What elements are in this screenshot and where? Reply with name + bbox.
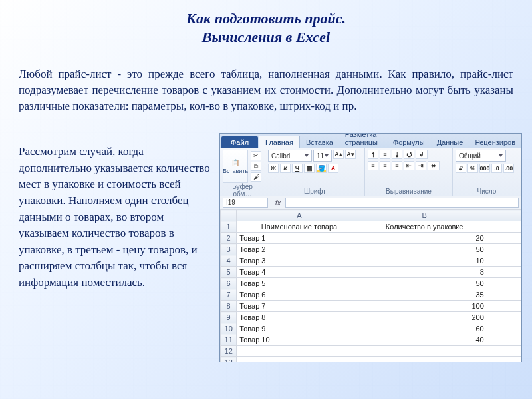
cell[interactable]: 50 [362, 244, 487, 255]
cell[interactable]: Наименование товара [237, 221, 362, 233]
row-header[interactable]: 8 [221, 301, 237, 312]
fill-color-button[interactable]: 🪣 [316, 164, 327, 173]
cell[interactable]: 40 [362, 334, 487, 346]
cell[interactable]: Товар 8 [237, 312, 362, 323]
merge-center-button[interactable]: ⬌ [428, 161, 440, 170]
tab-insert[interactable]: Вставка [300, 136, 339, 148]
cell[interactable]: 200 [362, 312, 487, 323]
cell[interactable]: 55 [487, 312, 522, 323]
row-header[interactable]: 6 [221, 278, 237, 289]
row-header[interactable]: 12 [221, 346, 237, 357]
cell[interactable]: 10 [487, 267, 522, 278]
cell[interactable]: Товар 5 [237, 278, 362, 289]
cell[interactable]: 210 [487, 255, 522, 267]
italic-button[interactable]: К [280, 164, 291, 173]
tab-data[interactable]: Данные [431, 136, 469, 148]
col-header-a[interactable]: A [237, 210, 362, 221]
increase-decimal-button[interactable]: .0 [491, 164, 502, 173]
row-header[interactable]: 13 [221, 357, 237, 363]
underline-button[interactable]: Ч [292, 164, 303, 173]
format-painter-button[interactable]: 🖌 [251, 172, 261, 182]
fx-icon[interactable]: fx [271, 199, 285, 207]
font-size-combo[interactable]: 11 [313, 150, 332, 162]
cell[interactable]: 100 [487, 233, 522, 244]
row-header[interactable]: 7 [221, 289, 237, 301]
cell[interactable]: Товар 9 [237, 323, 362, 334]
align-left-button[interactable]: ≡ [368, 161, 378, 170]
cell[interactable]: Товар 1 [237, 233, 362, 244]
cell[interactable]: 60 [362, 323, 487, 334]
increase-indent-button[interactable]: ⇥ [416, 161, 426, 170]
align-bottom-button[interactable]: ⭳ [392, 150, 402, 159]
align-right-button[interactable]: ≡ [392, 161, 402, 170]
cell[interactable]: 50 [487, 334, 522, 346]
cell[interactable]: Товар 4 [237, 267, 362, 278]
decrease-decimal-button[interactable]: .00 [503, 164, 514, 173]
font-name-combo[interactable]: Calibri [268, 150, 312, 162]
cell[interactable]: 10 [362, 255, 487, 267]
tab-page-layout[interactable]: Разметка страницы [339, 133, 387, 148]
paste-button[interactable]: 📋 Вставить [223, 150, 248, 183]
bold-button[interactable]: Ж [268, 164, 279, 173]
cell[interactable]: 20 [362, 233, 487, 244]
tab-formulas[interactable]: Формулы [387, 136, 431, 148]
align-middle-button[interactable]: ≡ [380, 150, 390, 159]
name-box[interactable]: I19 [223, 198, 268, 208]
cell[interactable]: Товар 7 [237, 301, 362, 312]
orientation-button[interactable]: ⭯ [404, 150, 414, 159]
row-header[interactable]: 9 [221, 312, 237, 323]
cell[interactable]: 35 [362, 289, 487, 301]
cell[interactable]: 549 [487, 278, 522, 289]
grow-font-button[interactable]: A▴ [333, 150, 344, 159]
cell[interactable]: Товар 2 [237, 244, 362, 255]
cell[interactable]: Товар 6 [237, 289, 362, 301]
cell[interactable]: 150 [487, 244, 522, 255]
tab-review[interactable]: Рецензиров [469, 136, 521, 148]
select-all-corner[interactable] [221, 210, 237, 221]
row-header[interactable]: 3 [221, 244, 237, 255]
cell[interactable]: Цена за 1 шт. [487, 221, 522, 233]
col-header-c[interactable]: C [487, 210, 522, 221]
percent-button[interactable]: % [467, 164, 478, 173]
brush-icon: 🖌 [253, 174, 259, 180]
tab-home[interactable]: Главная [259, 136, 300, 148]
comma-button[interactable]: 000 [479, 164, 490, 173]
clipboard-icon: 📋 [231, 159, 239, 166]
row-header[interactable]: 5 [221, 267, 237, 278]
copy-button[interactable]: ⧉ [251, 162, 261, 171]
formula-input[interactable] [285, 198, 519, 208]
formula-bar: I19 fx [220, 196, 521, 209]
cell[interactable]: 75 [487, 301, 522, 312]
row-header[interactable]: 4 [221, 255, 237, 267]
cell[interactable]: 8 [362, 267, 487, 278]
cell[interactable]: Товар 3 [237, 255, 362, 267]
tab-file[interactable]: Файл [221, 136, 258, 148]
cell[interactable]: 60 [487, 289, 522, 301]
font-color-button[interactable]: A [328, 164, 338, 173]
number-format-combo[interactable]: Общий [456, 150, 506, 162]
worksheet-grid[interactable]: A B C 1 Наименование товара Количество в… [220, 209, 522, 362]
scissors-icon: ✂ [253, 152, 259, 159]
title-line2: Вычисления в Excel [0, 28, 532, 47]
col-header-b[interactable]: B [362, 210, 487, 221]
intro-paragraph: Любой прайс-лист - это прежде всего табл… [19, 66, 513, 114]
group-font-label: Шрифт [268, 188, 362, 196]
ribbon-tabstrip: Файл Главная Вставка Разметка страницы Ф… [220, 134, 521, 148]
cell[interactable]: 100 [362, 301, 487, 312]
shrink-font-button[interactable]: A▾ [345, 150, 356, 159]
decrease-indent-button[interactable]: ⇤ [404, 161, 414, 170]
currency-button[interactable]: ₽ [456, 164, 466, 173]
cut-button[interactable]: ✂ [251, 151, 261, 160]
cell[interactable]: 10 [487, 323, 522, 334]
borders-button[interactable]: ▦ [304, 164, 315, 173]
row-header[interactable]: 1 [221, 221, 237, 233]
row-header[interactable]: 10 [221, 323, 237, 334]
cell[interactable]: 50 [362, 278, 487, 289]
wrap-text-button[interactable]: ↲ [416, 150, 428, 159]
row-header[interactable]: 2 [221, 233, 237, 244]
cell[interactable]: Количество в упаковке [362, 221, 487, 233]
row-header[interactable]: 11 [221, 334, 237, 346]
align-center-button[interactable]: ≡ [380, 161, 390, 170]
cell[interactable]: Товар 10 [237, 334, 362, 346]
align-top-button[interactable]: ⭱ [368, 150, 378, 159]
